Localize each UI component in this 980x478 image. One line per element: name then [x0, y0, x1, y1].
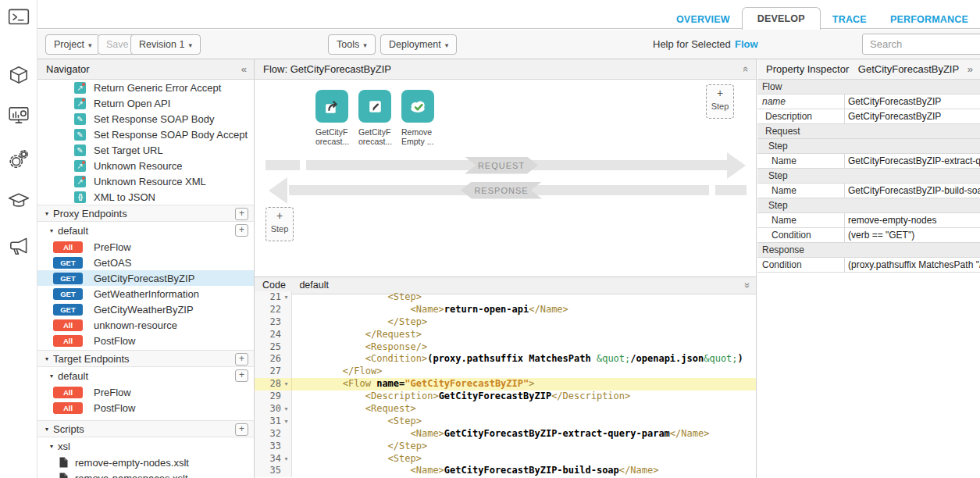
policy-list: ↗Return Generic Error Accept↗Return Open…	[37, 80, 254, 205]
fold-arrow-icon[interactable]: ▾	[281, 291, 291, 304]
property-value[interactable]: GetCityForecastByZIP	[845, 95, 980, 109]
flow-steps: GetCityForecast...GetCityForecast...Remo…	[315, 90, 444, 146]
inspector-header: Property Inspector GetCityForecastByZIP …	[757, 59, 980, 80]
add-flow-button[interactable]: +	[235, 224, 248, 237]
code-text: <Request>	[292, 403, 416, 416]
inspector-property-row: Nameremove-empty-nodes	[757, 213, 980, 228]
code-line[interactable]: 22 <Name>return-open-api</Name>	[255, 304, 756, 316]
navigator-policy-item[interactable]: ↗Unknown Resource XML	[37, 173, 254, 189]
education-icon[interactable]	[7, 190, 30, 213]
code-line[interactable]: 27 </Flow>	[255, 366, 756, 378]
fold-arrow-icon[interactable]: ▾	[281, 453, 291, 466]
property-value[interactable]: GetCityForecastByZIP-extract-query-param	[845, 154, 980, 168]
property-inspector-panel: Property Inspector GetCityForecastByZIP …	[757, 59, 980, 478]
property-value[interactable]: (proxy.pathsuffix MatchesPath "/c	[845, 258, 980, 272]
navigator-policy-item[interactable]: {}XML to JSON	[37, 189, 254, 205]
tab-trace[interactable]: TRACE	[821, 9, 878, 32]
flow-row[interactable]: GETGetWeatherInformation	[37, 286, 254, 301]
deployment-menu-button[interactable]: Deployment▾	[380, 34, 457, 55]
search-input[interactable]	[862, 34, 980, 55]
section-proxy-endpoints[interactable]: ▾ Proxy Endpoints +	[37, 205, 254, 222]
revision-menu-button[interactable]: Revision 1▾	[130, 34, 201, 55]
packages-icon[interactable]	[7, 64, 30, 87]
script-file-item[interactable]: remove-namespaces.xslt	[37, 470, 254, 478]
add-flow-button[interactable]: +	[235, 369, 248, 382]
code-line[interactable]: 31▾ <Step>	[255, 416, 756, 428]
code-line[interactable]: 23 </Step>	[255, 316, 756, 329]
flow-step[interactable]: GetCityForecast...	[358, 90, 401, 146]
code-line[interactable]: 34▾ <Step>	[255, 453, 756, 466]
code-line[interactable]: 29 <Description>GetCityForecastByZIP</De…	[255, 391, 756, 403]
request-arrowhead-icon	[727, 152, 746, 179]
add-step-button[interactable]: +Step	[706, 84, 734, 119]
fold-arrow-icon[interactable]: ▾	[281, 403, 291, 416]
add-target-endpoint-button[interactable]: +	[235, 353, 248, 366]
policy-label: Set Response SOAP Body	[94, 113, 214, 125]
add-step-button[interactable]: +Step	[265, 207, 294, 241]
code-line[interactable]: 25 <Response/>	[255, 341, 756, 354]
response-bar-segment	[715, 185, 747, 195]
code-line[interactable]: 28▾ <Flow name="GetCityForecastByZIP">	[255, 378, 756, 391]
flow-row[interactable]: Allunknown-resource	[37, 317, 254, 333]
flow-label: GetCityWeatherByZIP	[94, 304, 194, 316]
property-value[interactable]: GetCityForecastByZIP	[845, 109, 980, 123]
flow-step[interactable]: RemoveEmpty ...	[401, 90, 444, 146]
add-proxy-endpoint-button[interactable]: +	[235, 208, 248, 220]
scripts-xsl-group[interactable]: ▾ xsl	[37, 437, 254, 455]
chevron-down-icon: ▾	[188, 41, 192, 49]
section-scripts[interactable]: ▾ Scripts +	[37, 420, 254, 437]
project-menu-button[interactable]: Project▾	[45, 34, 100, 55]
navigator-policy-item[interactable]: ✎Set Target URL	[37, 142, 254, 158]
tools-menu-button[interactable]: Tools▾	[328, 34, 376, 55]
tab-overview[interactable]: OVERVIEW	[665, 9, 742, 32]
flow-row[interactable]: AllPostFlow	[37, 333, 254, 348]
flow-row[interactable]: AllPostFlow	[37, 400, 254, 416]
code-line[interactable]: 30▾ <Request>	[255, 403, 756, 416]
admin-gears-icon[interactable]	[7, 148, 30, 171]
flow-label: PreFlow	[94, 241, 131, 253]
code-line[interactable]: 24 </Request>	[255, 329, 756, 341]
collapse-inspector-icon[interactable]: »	[968, 59, 973, 79]
property-value[interactable]: remove-empty-nodes	[845, 213, 980, 227]
inspector-section-row: Flow	[757, 80, 980, 95]
step-label: Remove	[401, 127, 444, 137]
tab-performance[interactable]: PERFORMANCE	[878, 9, 980, 32]
code-editor[interactable]: 21▾ <Step>22 <Name>return-open-api</Name…	[255, 291, 756, 478]
flow-step[interactable]: GetCityForecast...	[315, 90, 358, 146]
fold-arrow-icon[interactable]: ▾	[281, 378, 291, 391]
help-flow-link[interactable]: Flow	[735, 38, 758, 50]
navigator-policy-item[interactable]: ✎Set Response SOAP Body	[37, 111, 254, 127]
terminal-icon[interactable]	[7, 5, 30, 29]
property-value[interactable]: GetCityForecastByZIP-build-soap	[845, 184, 980, 198]
navigator-policy-item[interactable]: ✎Set Response SOAP Body Accept	[37, 127, 254, 142]
collapse-flow-panel-icon[interactable]: «	[743, 59, 749, 79]
flow-row[interactable]: GETGetCityWeatherByZIP	[37, 301, 254, 317]
navigator-policy-item[interactable]: ↗Return Open API	[37, 95, 254, 111]
target-endpoint-default[interactable]: ▾ default +	[37, 367, 254, 384]
navigator-title: Navigator	[46, 63, 90, 75]
navigator-policy-item[interactable]: ↗Return Generic Error Accept	[37, 80, 254, 95]
fold-arrow-icon[interactable]: ▾	[281, 416, 291, 428]
code-line[interactable]: 33 </Step>	[255, 441, 756, 453]
script-file-item[interactable]: remove-empty-nodes.xslt	[37, 455, 254, 470]
property-value[interactable]: (verb == "GET")	[845, 228, 980, 242]
code-line[interactable]: 32 <Name>GetCityForecastByZIP-extract-qu…	[255, 428, 756, 441]
code-line[interactable]: 35 <Name>GetCityForecastByZIP-build-soap…	[255, 465, 756, 477]
code-line[interactable]: 21▾ <Step>	[255, 291, 756, 304]
add-script-button[interactable]: +	[235, 423, 248, 436]
section-target-endpoints[interactable]: ▾ Target Endpoints +	[37, 350, 254, 367]
section-label: Step	[768, 141, 788, 152]
flow-row[interactable]: AllPreFlow	[37, 239, 254, 255]
flow-row[interactable]: AllPreFlow	[37, 384, 254, 400]
analytics-icon[interactable]	[7, 104, 30, 127]
proxy-flow-list: AllPreFlowGETGetOASGETGetCityForecastByZ…	[37, 239, 254, 348]
announcements-icon[interactable]	[7, 234, 30, 258]
policy-label: Return Generic Error Accept	[94, 82, 221, 94]
flow-row[interactable]: GETGetOAS	[37, 255, 254, 270]
code-line[interactable]: 26 <Condition>(proxy.pathsuffix MatchesP…	[255, 353, 756, 366]
navigator-policy-item[interactable]: ↗Unknown Resource	[37, 158, 254, 173]
code-subtitle: default	[299, 280, 329, 291]
flow-row[interactable]: GETGetCityForecastByZIP	[37, 270, 254, 286]
proxy-endpoint-default[interactable]: ▾ default +	[37, 222, 254, 239]
collapse-navigator-icon[interactable]: «	[241, 59, 247, 79]
